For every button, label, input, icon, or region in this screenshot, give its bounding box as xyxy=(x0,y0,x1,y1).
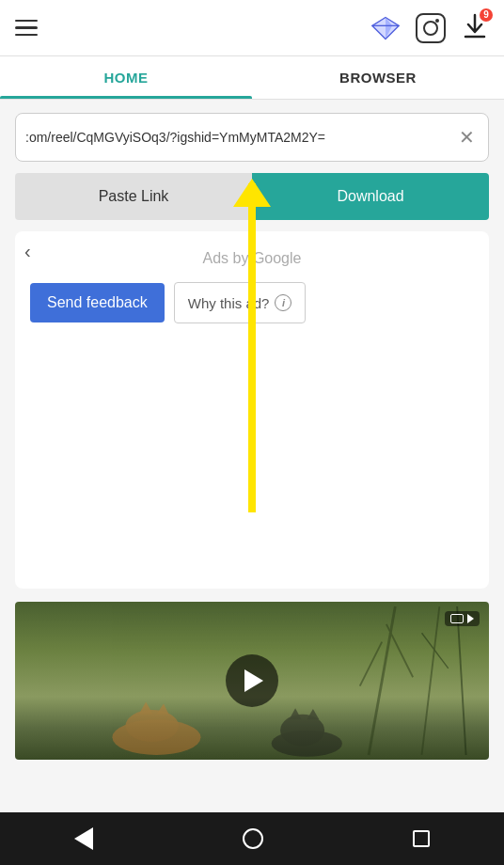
hamburger-menu-icon[interactable] xyxy=(15,20,38,37)
why-this-ad-button[interactable]: Why this ad? i xyxy=(174,282,307,323)
nav-back-button[interactable] xyxy=(74,827,93,850)
download-wrapper: 9 xyxy=(461,12,489,44)
video-thumbnail-container xyxy=(15,602,489,760)
notification-badge: 9 xyxy=(480,8,493,22)
nav-home-icon xyxy=(243,828,263,849)
why-this-ad-label: Why this ad? xyxy=(188,295,270,311)
diamond-icon[interactable] xyxy=(370,15,401,41)
bottom-navigation xyxy=(0,812,504,865)
app-header: 9 xyxy=(0,0,504,56)
header-icons: 9 xyxy=(370,12,489,44)
tab-home[interactable]: HOME xyxy=(0,56,252,99)
play-triangle-icon xyxy=(244,669,263,692)
nav-recent-icon xyxy=(413,830,430,847)
info-icon: i xyxy=(275,294,291,311)
send-feedback-button[interactable]: Send feedback xyxy=(30,283,165,322)
main-content: ✕ Paste Link Download ‹ Ads by Google Se… xyxy=(0,100,504,602)
play-button[interactable] xyxy=(226,654,278,707)
ad-buttons-row: Send feedback Why this ad? i xyxy=(30,282,474,323)
ad-container: ‹ Ads by Google Send feedback Why this a… xyxy=(15,231,489,589)
clear-icon[interactable]: ✕ xyxy=(455,122,479,152)
nav-recent-button[interactable] xyxy=(413,830,430,847)
tab-browser[interactable]: BROWSER xyxy=(252,56,504,99)
paste-link-button[interactable]: Paste Link xyxy=(15,173,252,220)
tab-bar: HOME BROWSER xyxy=(0,56,504,100)
nav-back-icon xyxy=(74,827,93,850)
url-input[interactable] xyxy=(25,130,455,145)
ads-by-google-label: Ads by Google xyxy=(30,250,474,267)
url-bar-container: ✕ xyxy=(15,113,489,162)
nav-home-button[interactable] xyxy=(243,828,263,849)
instagram-icon[interactable] xyxy=(416,13,446,43)
header-left xyxy=(15,20,38,37)
ad-back-button[interactable]: ‹ xyxy=(24,241,31,262)
play-button-wrapper xyxy=(15,602,489,760)
download-button[interactable]: Download xyxy=(252,173,489,220)
action-buttons: Paste Link Download xyxy=(15,173,489,220)
